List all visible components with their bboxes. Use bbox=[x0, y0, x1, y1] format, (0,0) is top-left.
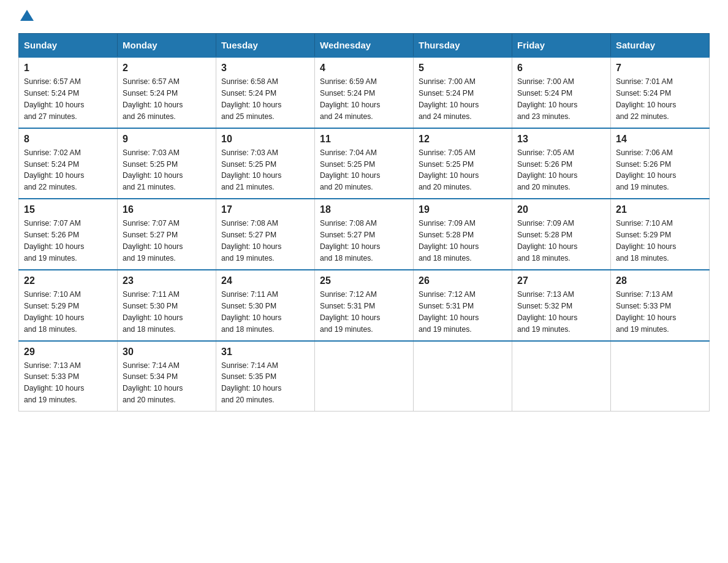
day-sun-info: Sunrise: 7:01 AMSunset: 5:24 PMDaylight:… bbox=[616, 76, 704, 123]
day-sun-info: Sunrise: 7:05 AMSunset: 5:26 PMDaylight:… bbox=[517, 147, 605, 194]
calendar-day-cell: 1Sunrise: 6:57 AMSunset: 5:24 PMDaylight… bbox=[19, 57, 118, 128]
svg-marker-0 bbox=[20, 10, 34, 21]
calendar-day-cell: 2Sunrise: 6:57 AMSunset: 5:24 PMDaylight… bbox=[118, 57, 216, 128]
day-number: 20 bbox=[517, 204, 605, 215]
day-sun-info: Sunrise: 7:11 AMSunset: 5:30 PMDaylight:… bbox=[221, 289, 309, 335]
calendar-day-cell: 13Sunrise: 7:05 AMSunset: 5:26 PMDayligh… bbox=[512, 128, 611, 199]
page-header bbox=[18, 12, 710, 22]
day-number: 5 bbox=[419, 63, 507, 74]
day-number: 1 bbox=[24, 63, 112, 74]
day-sun-info: Sunrise: 7:12 AMSunset: 5:31 PMDaylight:… bbox=[320, 289, 408, 335]
day-number: 26 bbox=[419, 275, 507, 286]
calendar-day-cell: 31Sunrise: 7:14 AMSunset: 5:35 PMDayligh… bbox=[216, 341, 315, 412]
day-number: 4 bbox=[320, 63, 408, 74]
calendar-day-cell: 10Sunrise: 7:03 AMSunset: 5:25 PMDayligh… bbox=[216, 128, 315, 199]
calendar-day-cell: 12Sunrise: 7:05 AMSunset: 5:25 PMDayligh… bbox=[414, 128, 512, 199]
day-sun-info: Sunrise: 6:59 AMSunset: 5:24 PMDaylight:… bbox=[320, 76, 408, 123]
calendar-empty-cell bbox=[315, 341, 414, 412]
day-number: 13 bbox=[517, 134, 605, 145]
calendar-table: SundayMondayTuesdayWednesdayThursdayFrid… bbox=[18, 33, 710, 412]
calendar-empty-cell bbox=[611, 341, 710, 412]
day-number: 14 bbox=[616, 134, 704, 145]
day-sun-info: Sunrise: 7:00 AMSunset: 5:24 PMDaylight:… bbox=[419, 76, 507, 123]
day-header-monday: Monday bbox=[118, 34, 216, 58]
day-sun-info: Sunrise: 7:11 AMSunset: 5:30 PMDaylight:… bbox=[123, 289, 211, 335]
day-number: 23 bbox=[123, 275, 211, 286]
day-header-wednesday: Wednesday bbox=[315, 34, 414, 58]
calendar-day-cell: 23Sunrise: 7:11 AMSunset: 5:30 PMDayligh… bbox=[118, 270, 216, 341]
calendar-empty-cell bbox=[414, 341, 512, 412]
calendar-week-row: 22Sunrise: 7:10 AMSunset: 5:29 PMDayligh… bbox=[19, 270, 710, 341]
day-sun-info: Sunrise: 7:12 AMSunset: 5:31 PMDaylight:… bbox=[419, 289, 507, 335]
day-number: 27 bbox=[517, 275, 605, 286]
logo-triangle-icon bbox=[20, 9, 34, 22]
calendar-day-cell: 21Sunrise: 7:10 AMSunset: 5:29 PMDayligh… bbox=[611, 199, 710, 270]
day-number: 21 bbox=[616, 204, 704, 215]
day-number: 7 bbox=[616, 63, 704, 74]
day-sun-info: Sunrise: 7:02 AMSunset: 5:24 PMDaylight:… bbox=[24, 147, 112, 194]
calendar-day-cell: 26Sunrise: 7:12 AMSunset: 5:31 PMDayligh… bbox=[414, 270, 512, 341]
day-sun-info: Sunrise: 7:08 AMSunset: 5:27 PMDaylight:… bbox=[221, 218, 309, 264]
day-sun-info: Sunrise: 7:00 AMSunset: 5:24 PMDaylight:… bbox=[517, 76, 605, 123]
calendar-empty-cell bbox=[512, 341, 611, 412]
calendar-day-cell: 8Sunrise: 7:02 AMSunset: 5:24 PMDaylight… bbox=[19, 128, 118, 199]
day-sun-info: Sunrise: 7:13 AMSunset: 5:33 PMDaylight:… bbox=[616, 289, 704, 335]
day-sun-info: Sunrise: 7:03 AMSunset: 5:25 PMDaylight:… bbox=[123, 147, 211, 194]
calendar-day-cell: 18Sunrise: 7:08 AMSunset: 5:27 PMDayligh… bbox=[315, 199, 414, 270]
day-header-sunday: Sunday bbox=[19, 34, 118, 58]
day-number: 15 bbox=[24, 204, 112, 215]
day-number: 22 bbox=[24, 275, 112, 286]
calendar-day-cell: 16Sunrise: 7:07 AMSunset: 5:27 PMDayligh… bbox=[118, 199, 216, 270]
calendar-day-cell: 4Sunrise: 6:59 AMSunset: 5:24 PMDaylight… bbox=[315, 57, 414, 128]
day-sun-info: Sunrise: 7:07 AMSunset: 5:26 PMDaylight:… bbox=[24, 218, 112, 264]
day-number: 9 bbox=[123, 134, 211, 145]
calendar-week-row: 15Sunrise: 7:07 AMSunset: 5:26 PMDayligh… bbox=[19, 199, 710, 270]
day-sun-info: Sunrise: 7:14 AMSunset: 5:35 PMDaylight:… bbox=[221, 360, 309, 407]
day-number: 12 bbox=[419, 134, 507, 145]
calendar-header-row: SundayMondayTuesdayWednesdayThursdayFrid… bbox=[19, 34, 710, 58]
day-sun-info: Sunrise: 6:58 AMSunset: 5:24 PMDaylight:… bbox=[221, 76, 309, 123]
day-sun-info: Sunrise: 7:10 AMSunset: 5:29 PMDaylight:… bbox=[24, 289, 112, 335]
calendar-day-cell: 9Sunrise: 7:03 AMSunset: 5:25 PMDaylight… bbox=[118, 128, 216, 199]
calendar-week-row: 8Sunrise: 7:02 AMSunset: 5:24 PMDaylight… bbox=[19, 128, 710, 199]
day-header-friday: Friday bbox=[512, 34, 611, 58]
calendar-day-cell: 5Sunrise: 7:00 AMSunset: 5:24 PMDaylight… bbox=[414, 57, 512, 128]
calendar-day-cell: 29Sunrise: 7:13 AMSunset: 5:33 PMDayligh… bbox=[19, 341, 118, 412]
logo bbox=[18, 12, 34, 22]
calendar-day-cell: 28Sunrise: 7:13 AMSunset: 5:33 PMDayligh… bbox=[611, 270, 710, 341]
calendar-day-cell: 19Sunrise: 7:09 AMSunset: 5:28 PMDayligh… bbox=[414, 199, 512, 270]
calendar-day-cell: 11Sunrise: 7:04 AMSunset: 5:25 PMDayligh… bbox=[315, 128, 414, 199]
day-sun-info: Sunrise: 7:09 AMSunset: 5:28 PMDaylight:… bbox=[517, 218, 605, 264]
calendar-week-row: 29Sunrise: 7:13 AMSunset: 5:33 PMDayligh… bbox=[19, 341, 710, 412]
day-number: 25 bbox=[320, 275, 408, 286]
calendar-day-cell: 3Sunrise: 6:58 AMSunset: 5:24 PMDaylight… bbox=[216, 57, 315, 128]
day-number: 6 bbox=[517, 63, 605, 74]
calendar-day-cell: 14Sunrise: 7:06 AMSunset: 5:26 PMDayligh… bbox=[611, 128, 710, 199]
day-sun-info: Sunrise: 7:13 AMSunset: 5:32 PMDaylight:… bbox=[517, 289, 605, 335]
day-number: 2 bbox=[123, 63, 211, 74]
day-header-tuesday: Tuesday bbox=[216, 34, 315, 58]
day-header-saturday: Saturday bbox=[611, 34, 710, 58]
calendar-week-row: 1Sunrise: 6:57 AMSunset: 5:24 PMDaylight… bbox=[19, 57, 710, 128]
day-sun-info: Sunrise: 7:03 AMSunset: 5:25 PMDaylight:… bbox=[221, 147, 309, 194]
day-number: 31 bbox=[221, 347, 309, 358]
calendar-day-cell: 15Sunrise: 7:07 AMSunset: 5:26 PMDayligh… bbox=[19, 199, 118, 270]
day-sun-info: Sunrise: 7:09 AMSunset: 5:28 PMDaylight:… bbox=[419, 218, 507, 264]
calendar-day-cell: 27Sunrise: 7:13 AMSunset: 5:32 PMDayligh… bbox=[512, 270, 611, 341]
day-number: 28 bbox=[616, 275, 704, 286]
day-sun-info: Sunrise: 7:14 AMSunset: 5:34 PMDaylight:… bbox=[123, 360, 211, 407]
calendar-day-cell: 17Sunrise: 7:08 AMSunset: 5:27 PMDayligh… bbox=[216, 199, 315, 270]
day-number: 24 bbox=[221, 275, 309, 286]
day-number: 19 bbox=[419, 204, 507, 215]
day-sun-info: Sunrise: 7:06 AMSunset: 5:26 PMDaylight:… bbox=[616, 147, 704, 194]
day-sun-info: Sunrise: 7:08 AMSunset: 5:27 PMDaylight:… bbox=[320, 218, 408, 264]
day-sun-info: Sunrise: 6:57 AMSunset: 5:24 PMDaylight:… bbox=[123, 76, 211, 123]
day-header-thursday: Thursday bbox=[414, 34, 512, 58]
calendar-day-cell: 20Sunrise: 7:09 AMSunset: 5:28 PMDayligh… bbox=[512, 199, 611, 270]
day-number: 11 bbox=[320, 134, 408, 145]
day-sun-info: Sunrise: 7:07 AMSunset: 5:27 PMDaylight:… bbox=[123, 218, 211, 264]
calendar-day-cell: 7Sunrise: 7:01 AMSunset: 5:24 PMDaylight… bbox=[611, 57, 710, 128]
day-number: 16 bbox=[123, 204, 211, 215]
day-number: 3 bbox=[221, 63, 309, 74]
day-sun-info: Sunrise: 7:13 AMSunset: 5:33 PMDaylight:… bbox=[24, 360, 112, 407]
